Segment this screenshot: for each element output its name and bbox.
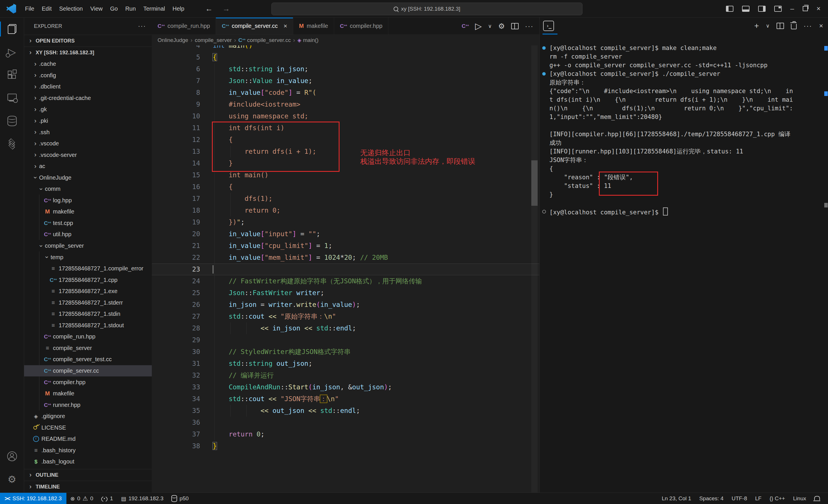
tree-item-1728558468727_1.stderr[interactable]: ≡1728558468727_1.stderr [24,297,152,308]
split-editor-icon[interactable] [511,23,519,29]
restore-button[interactable] [803,6,808,11]
kill-terminal-icon[interactable] [791,24,797,29]
menu-help[interactable]: Help [169,4,188,14]
toggle-sidebar-icon[interactable] [726,6,734,12]
close-tab-icon[interactable]: × [284,22,287,30]
code-line-16[interactable]: 16 { [152,181,539,193]
code-line-9[interactable]: 9 #include<iostream> [152,99,539,110]
extensions-icon[interactable] [0,63,24,87]
code-line-33[interactable]: 33 CompileAndRun::Start(in_json, &out_js… [152,381,539,393]
remote-explorer-icon[interactable] [0,87,24,109]
tree-item-makefile[interactable]: Mmakefile [24,388,152,400]
outline-section[interactable]: › OUTLINE [24,469,152,481]
indentation-status[interactable]: Spaces: 4 [695,493,728,504]
terminal-dropdown-icon[interactable]: ∨ [766,23,770,29]
split-terminal-icon[interactable] [777,23,784,29]
forwarded-ports[interactable]: 1 [97,493,117,504]
command-decoration-prompt-icon[interactable] [542,210,546,214]
code-line-36[interactable]: 36 [152,417,539,428]
command-decoration-success-icon[interactable] [542,46,546,50]
code-line-7[interactable]: 7 Json::Value in_value; [152,75,539,87]
code-line-34[interactable]: 34 std::cout << "JSON字符串：\n" [152,393,539,405]
editor-scrollbar-track[interactable] [531,45,538,493]
code-line-27[interactable]: 27 std::cout << "原始字符串：\n" [152,311,539,322]
tree-item-.config[interactable]: ›.config [24,70,152,81]
tree-item-LICENSE[interactable]: LICENSE [24,422,152,433]
tab-compile_server.cc[interactable]: C++compile_server.cc× [216,17,293,35]
tree-item-compile_server_test.cc[interactable]: C++compile_server_test.cc [24,354,152,365]
terminal-output[interactable]: [xy@localhost compile_server]$ make clea… [540,44,828,216]
tree-item-1728558468727_1.stdin[interactable]: ≡1728558468727_1.stdin [24,308,152,320]
code-line-28[interactable]: 28 << in_json << std::endl; [152,322,539,334]
code-line-11[interactable]: 11 int dfs(int i) [152,122,539,134]
code-line-20[interactable]: 20 in_value["input"] = ""; [152,228,539,240]
breadcrumb-item[interactable]: OnlineJudge [158,37,188,43]
run-debug-icon[interactable]: ▷ [0,41,24,63]
code-line-26[interactable]: 26 in_json = writer.write(in_value); [152,299,539,311]
terminal-tab-icon[interactable]: ›_ [543,21,554,31]
tree-item-.git-credential-cache[interactable]: ›.git-credential-cache [24,93,152,104]
layers-icon[interactable] [0,133,24,155]
breadcrumb-item[interactable]: C++compile_server.cc [238,37,291,43]
tree-item-compile_server.cc[interactable]: C++compile_server.cc [24,365,152,377]
tree-item-comm[interactable]: ›comm [24,183,152,195]
menu-go[interactable]: Go [107,4,122,14]
tree-item-compile_server[interactable]: ›compile_server [24,240,152,252]
toggle-panel-icon[interactable] [742,6,749,12]
tree-item-.bash_logout[interactable]: $.bash_logout [24,456,152,467]
customize-layout-icon[interactable] [774,6,782,12]
tree-item-.vscode-server[interactable]: ›.vscode-server [24,149,152,161]
settings-gear-icon[interactable]: ⚙ [0,468,24,491]
problems-status[interactable]: ⊗ 0 ⚠ 0 [67,493,97,504]
toggle-secondary-sidebar-icon[interactable] [758,6,765,12]
timeline-section[interactable]: › TIMELINE [24,481,152,493]
run-button[interactable]: ▷ [475,21,482,31]
explorer-more-actions-icon[interactable]: ··· [138,22,146,30]
notifications-bell[interactable] [810,493,824,504]
cursor-position[interactable]: Ln 23, Col 1 [658,493,695,504]
tree-item-.pki[interactable]: ›.pki [24,115,152,127]
code-line-19[interactable]: 19 })"; [152,216,539,228]
forward-arrow-icon[interactable]: → [222,4,230,13]
menu-run[interactable]: Run [122,4,140,14]
code-line-8[interactable]: 8 in_value["code"] = R"( [152,87,539,99]
menu-selection[interactable]: Selection [55,4,87,14]
tree-item-temp[interactable]: ›temp [24,251,152,263]
run-settings-gear-icon[interactable]: ⚙ [498,22,505,30]
code-line-5[interactable]: 5{ [152,51,539,63]
code-line-10[interactable]: 10 using namespace std; [152,110,539,122]
close-panel-icon[interactable]: × [819,22,823,30]
code-line-6[interactable]: 6 std::string in_json; [152,63,539,75]
open-editors-section[interactable]: › OPEN EDITORS [24,35,152,47]
command-decoration-success-icon[interactable] [542,72,546,76]
code-line-37[interactable]: 37 return 0; [152,428,539,440]
eol-status[interactable]: LF [751,493,765,504]
tree-item-.dbclient[interactable]: ›.dbclient [24,81,152,93]
code-line-35[interactable]: 35 << out_json << std::endl; [152,405,539,417]
code-line-38[interactable]: 38} [152,440,539,452]
code-line-13[interactable]: 13 return dfs(i + 1); [152,146,539,157]
tree-item-runner.hpp[interactable]: C++runner.hpp [24,399,152,411]
breadcrumb-item[interactable]: ◈main() [297,37,319,43]
code-line-21[interactable]: 21 in_value["cpu_limit"] = 1; [152,240,539,252]
editor-more-actions-icon[interactable]: ··· [525,22,534,30]
code-line-22[interactable]: 22 in_value["mem_limit"] = 1024*20; // 2… [152,252,539,264]
panel-more-actions-icon[interactable]: ··· [803,22,812,30]
tree-item-test.cpp[interactable]: C++test.cpp [24,218,152,229]
explorer-icon[interactable] [0,17,24,41]
editor-scrollbar-thumb[interactable] [531,161,538,206]
encoding-status[interactable]: UTF-8 [728,493,751,504]
remote-indicator[interactable]: >< SSH: 192.168.182.3 [0,493,67,504]
code-line-17[interactable]: 17 dfs(1); [152,193,539,204]
back-arrow-icon[interactable]: ← [205,4,213,13]
tab-makefile[interactable]: Mmakefile [293,17,334,35]
menu-view[interactable]: View [87,4,107,14]
new-terminal-icon[interactable]: + [754,21,759,31]
code-line-23[interactable]: 23 [152,264,539,275]
breadcrumb-item[interactable]: compile_server [195,37,232,43]
workspace-section[interactable]: › XY [SSH: 192.168.182.3] [24,47,152,58]
tab-compiler.hpp[interactable]: C++compiler.hpp [334,17,388,35]
minimize-button[interactable]: – [790,5,794,13]
tree-item-util.hpp[interactable]: C++util.hpp [24,229,152,240]
code-line-25[interactable]: 25 Json::FastWriter writer; [152,287,539,299]
